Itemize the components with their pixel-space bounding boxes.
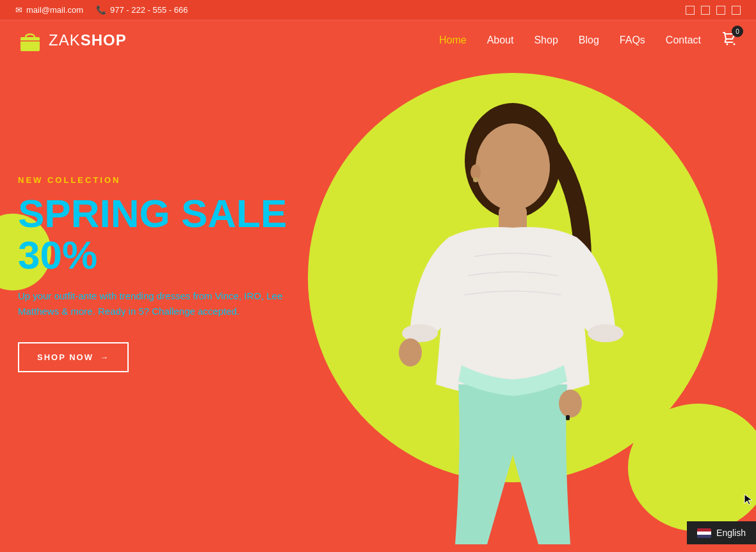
language-name: English — [716, 528, 746, 538]
nav-menu: Home About Shop Blog FAQs Contact 0 — [439, 31, 738, 50]
model-svg — [359, 97, 666, 544]
svg-point-2 — [734, 43, 736, 45]
svg-point-7 — [588, 324, 623, 342]
hero-content: NEW COLLECTION SPRING SALE 30% Up your o… — [18, 175, 376, 372]
svg-rect-10 — [566, 415, 570, 420]
phone-icon: 📞 — [96, 5, 106, 15]
language-switcher[interactable]: English — [687, 521, 756, 544]
nav-link-contact[interactable]: Contact — [666, 35, 701, 45]
social-icon-1[interactable] — [686, 6, 695, 15]
shop-now-button[interactable]: SHOP NOW → — [18, 342, 129, 372]
hero-model-image — [334, 97, 692, 544]
nav-link-home[interactable]: Home — [439, 35, 467, 45]
svg-point-8 — [399, 338, 422, 367]
svg-point-4 — [476, 123, 550, 210]
navbar: ZAKSHOP Home About Shop Blog FAQs Contac… — [0, 20, 756, 60]
logo-link[interactable]: ZAKSHOP — [18, 28, 127, 52]
nav-link-blog[interactable]: Blog — [579, 35, 599, 45]
hero-label: NEW COLLECTION — [18, 175, 376, 185]
nav-item-shop[interactable]: Shop — [534, 35, 558, 46]
topbar-contact: ✉ mail@mail.com 📞 977 - 222 - 555 - 666 — [15, 5, 188, 15]
bag-icon — [18, 28, 42, 52]
nav-item-blog[interactable]: Blog — [579, 35, 599, 46]
nav-item-faqs[interactable]: FAQs — [620, 35, 645, 46]
nav-link-about[interactable]: About — [487, 35, 514, 45]
nav-item-about[interactable]: About — [487, 35, 514, 46]
nav-link-shop[interactable]: Shop — [534, 35, 558, 45]
nav-link-faqs[interactable]: FAQs — [620, 35, 645, 45]
hero-title: SPRING SALE 30% — [18, 193, 376, 276]
flag-icon — [697, 528, 711, 538]
svg-point-1 — [727, 43, 728, 45]
social-icon-3[interactable] — [716, 6, 725, 15]
hero-section: NEW COLLECTION SPRING SALE 30% Up your o… — [0, 60, 756, 544]
topbar: ✉ mail@mail.com 📞 977 - 222 - 555 - 666 — [0, 0, 756, 20]
social-icon-4[interactable] — [732, 6, 741, 15]
hero-description: Up your outfit-ante with trending dresse… — [18, 288, 325, 319]
cart-item[interactable]: 0 — [721, 31, 738, 50]
phone-text: 977 - 222 - 555 - 666 — [110, 5, 188, 15]
nav-item-home[interactable]: Home — [439, 35, 467, 46]
cart-count: 0 — [732, 26, 743, 37]
shop-now-label: SHOP NOW — [37, 352, 93, 362]
svg-point-9 — [559, 390, 582, 418]
nav-item-contact[interactable]: Contact — [666, 35, 701, 46]
arrow-icon: → — [100, 352, 109, 362]
envelope-icon: ✉ — [15, 5, 22, 15]
topbar-social — [686, 6, 741, 15]
svg-rect-0 — [20, 37, 40, 51]
logo-text: ZAKSHOP — [49, 31, 127, 49]
phone-contact: 📞 977 - 222 - 555 - 666 — [96, 5, 188, 15]
social-icon-2[interactable] — [701, 6, 710, 15]
email-text: mail@mail.com — [26, 5, 83, 15]
svg-point-12 — [473, 177, 478, 182]
cart-button[interactable]: 0 — [721, 31, 738, 50]
email-contact: ✉ mail@mail.com — [15, 5, 83, 15]
